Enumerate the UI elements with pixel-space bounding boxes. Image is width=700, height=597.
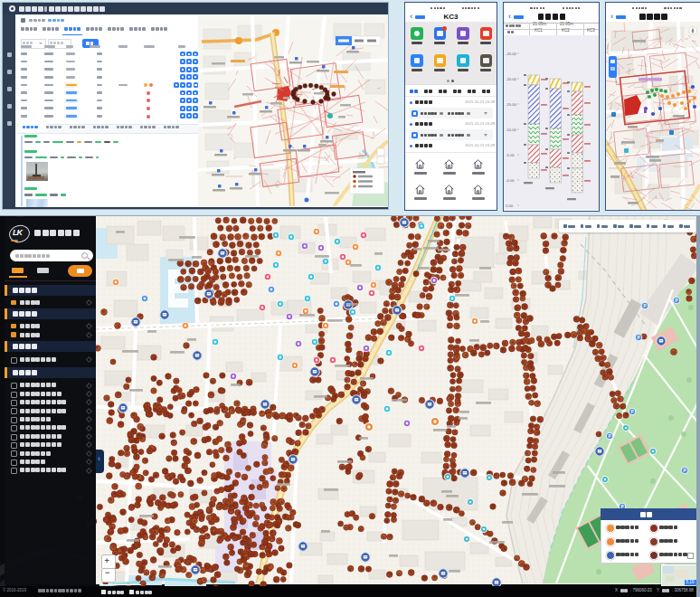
svg-text:-15.00: -15.00 [506, 102, 517, 107]
svg-text:-10.00: -10.00 [506, 128, 517, 132]
svg-text:-20.00: -20.00 [506, 77, 517, 81]
svg-text:5.00: 5.00 [506, 204, 514, 208]
svg-text:-5.00: -5.00 [506, 153, 515, 157]
svg-text:P: P [684, 469, 686, 473]
svg-text:P: P [644, 304, 647, 308]
svg-text:P: P [631, 410, 634, 414]
svg-text:P: P [676, 298, 678, 303]
svg-text:-0.00: -0.00 [506, 178, 515, 183]
svg-text:P: P [609, 434, 611, 439]
svg-text:-25.00: -25.00 [506, 52, 517, 56]
svg-text:P: P [638, 336, 640, 340]
